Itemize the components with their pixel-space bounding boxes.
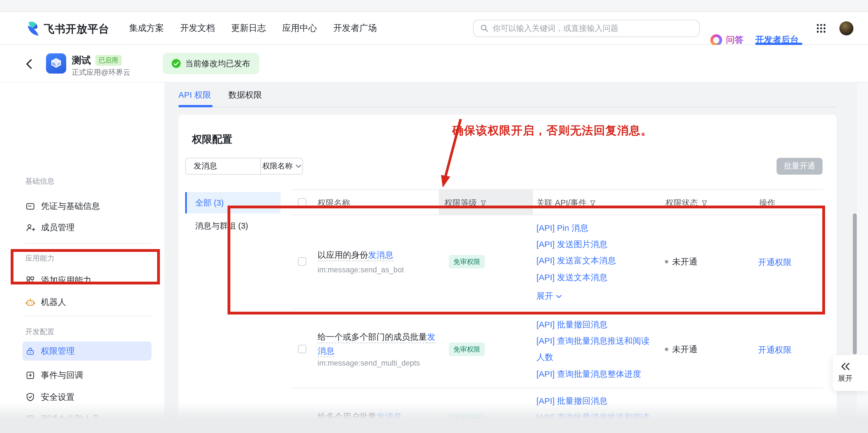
sidebar-item-label: 事件与回调 [41, 369, 83, 381]
app-header-bar: 测试 已启用 正式应用@环界云 当前修改均已发布 [0, 45, 868, 83]
app-subtitle: 正式应用@环界云 [72, 67, 130, 78]
back-icon[interactable] [25, 58, 33, 70]
batch-approve-button[interactable]: 批量开通 [777, 158, 823, 175]
funnel-icon[interactable] [480, 200, 487, 206]
sidebar-section-basic-info: 基础信息 [25, 177, 55, 186]
api-link-list: [API] 批量撤回消息 [API] 查询批量消息推送和阅读人数 [API] 查… [536, 316, 655, 382]
permission-name-link[interactable]: 以应用的身份发消息 [317, 250, 393, 259]
app-cube-icon [46, 53, 66, 74]
header-action: 操作 [759, 198, 775, 208]
app-name: 测试 [72, 54, 91, 67]
permission-search-group: 权限名称 [185, 158, 303, 175]
api-link[interactable]: [API] 发送图片消息 [536, 236, 655, 252]
funnel-icon[interactable] [701, 200, 708, 206]
double-chevron-left-icon [840, 362, 850, 370]
qa-ring-icon [710, 34, 722, 46]
check-circle-icon [172, 59, 181, 68]
nav-item-app-center[interactable]: 应用中心 [282, 23, 317, 34]
sidebar-item-label: 成员管理 [41, 221, 74, 234]
open-permission-link[interactable]: 开通权限 [758, 257, 792, 268]
sidebar-item-events[interactable]: 事件与回调 [25, 369, 83, 381]
tabs-divider [179, 107, 837, 107]
status-dot [665, 348, 668, 351]
open-permission-link[interactable]: 开通权限 [758, 345, 792, 355]
sidebar-item-bot[interactable]: 机器人 [25, 296, 66, 308]
header-permission-name: 权限名称 [317, 198, 350, 208]
search-field-select[interactable]: 权限名称 [261, 161, 303, 171]
expand-panel-label: 展开 [838, 373, 852, 383]
search-input[interactable] [493, 24, 692, 33]
member-add-icon [25, 222, 35, 232]
sidebar-item-label: 机器人 [41, 296, 66, 308]
bottom-fade [0, 402, 868, 419]
brand-title: 飞书开放平台 [44, 22, 110, 36]
select-all-checkbox[interactable] [298, 198, 306, 206]
funnel-icon[interactable] [590, 200, 596, 206]
tab-api-permissions[interactable]: API 权限 [179, 90, 211, 100]
header-bottom-border [292, 214, 823, 215]
vertical-scrollbar[interactable] [853, 213, 857, 354]
api-link[interactable]: [API] 发送富文本消息 [536, 253, 655, 269]
sidebar-item-members[interactable]: 成员管理 [25, 221, 74, 234]
sidebar-divider [25, 243, 152, 244]
header-related-apis: 关联 API/事件 [536, 198, 596, 208]
qa-label: 问答 [726, 34, 743, 46]
nav-item-docs[interactable]: 开发文档 [180, 23, 215, 34]
header-permission-level: 权限等级 [444, 198, 487, 208]
sidebar-section-dev-config: 开发配置 [25, 327, 55, 337]
api-link[interactable]: [API] Pin 消息 [536, 220, 655, 236]
sidebar-item-add-capability[interactable]: 添加应用能力 [25, 274, 91, 286]
publish-status-text: 当前修改均已发布 [185, 58, 250, 69]
window-top-strip [0, 0, 868, 11]
row-checkbox[interactable] [298, 257, 306, 266]
sidebar-item-label: 添加应用能力 [41, 274, 91, 286]
nav-item-dev-plaza[interactable]: 开发者广场 [333, 23, 377, 34]
status-dot [665, 260, 668, 263]
publish-status-pill: 当前修改均已发布 [163, 53, 259, 74]
nav-item-changelog[interactable]: 更新日志 [231, 23, 266, 34]
sidebar-item-label: 凭证与基础信息 [41, 200, 100, 212]
api-link[interactable]: [API] 发送文本消息 [536, 269, 655, 285]
row-checkbox[interactable] [298, 345, 306, 353]
api-link[interactable]: [API] 查询批量消息推送和阅读人数 [536, 333, 655, 365]
enabled-badge: 已启用 [95, 55, 122, 66]
sidebar-item-credentials[interactable]: 凭证与基础信息 [25, 200, 100, 212]
nav-menu: 集成方案 开发文档 更新日志 应用中心 开发者广场 [129, 23, 377, 34]
expand-sidebar-panel[interactable]: 展开 [833, 355, 868, 391]
status-cell: 未开通 [665, 257, 698, 266]
robot-icon [25, 297, 35, 307]
level-badge: 免审权限 [449, 255, 485, 268]
status-cell: 未开通 [665, 345, 698, 354]
credential-icon [25, 201, 35, 211]
event-callback-icon [25, 370, 35, 380]
lock-icon [25, 346, 35, 356]
sidebar-section-capabilities: 应用能力 [25, 254, 55, 263]
sidebar-item-permissions[interactable]: 权限管理 [25, 345, 74, 357]
sidebar-divider [25, 316, 152, 316]
filter-message-group[interactable]: 消息与群组 (3) [195, 221, 248, 231]
top-nav: 飞书开放平台 集成方案 开发文档 更新日志 应用中心 开发者广场 问答 开发者后… [0, 11, 868, 45]
expand-apis-link[interactable]: 展开 [536, 291, 562, 301]
sidebar: 基础信息 凭证与基础信息 成员管理 应用能力 添加应用能力 机器人 [0, 83, 164, 433]
bottom-strip [0, 419, 868, 433]
global-search-box[interactable] [473, 19, 700, 37]
header-permission-status: 权限状态 [665, 198, 708, 208]
feishu-logo-icon[interactable] [26, 21, 40, 36]
row-divider [292, 387, 823, 388]
api-link[interactable]: [API] 批量撤回消息 [536, 316, 655, 333]
qa-entry[interactable]: 问答 [710, 34, 743, 46]
nav-item-solutions[interactable]: 集成方案 [129, 23, 164, 34]
api-link[interactable]: [API] 查询批量消息整体进度 [536, 365, 655, 382]
shield-check-icon [25, 392, 35, 402]
table-top-border [292, 189, 823, 190]
sidebar-item-security[interactable]: 安全设置 [25, 391, 74, 403]
permission-search-input[interactable] [186, 162, 260, 171]
user-avatar[interactable] [839, 21, 854, 35]
feishu-open-platform-console: 飞书开放平台 集成方案 开发文档 更新日志 应用中心 开发者广场 问答 开发者后… [0, 0, 868, 433]
permission-code: im:message:send_multi_depts [317, 359, 420, 368]
apps-grid-icon[interactable] [816, 23, 826, 33]
permission-name-link[interactable]: 给一个或多个部门的成员批量发消息 [317, 330, 438, 358]
filter-all[interactable]: 全部 (3) [185, 192, 281, 213]
tab-data-permissions[interactable]: 数据权限 [228, 90, 262, 100]
annotation-text: 确保该权限开启，否则无法回复消息。 [452, 123, 653, 138]
